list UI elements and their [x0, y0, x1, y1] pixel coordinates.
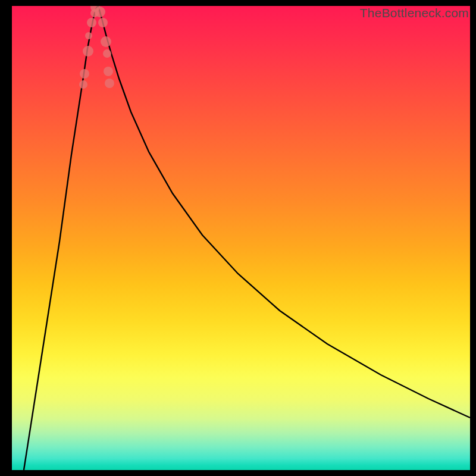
chart-frame: TheBottleneck.com	[0, 0, 476, 476]
data-dot	[98, 18, 108, 27]
curve-right-branch	[98, 6, 470, 418]
plot-area	[12, 6, 470, 470]
data-dot	[83, 46, 93, 57]
watermark-text: TheBottleneck.com	[360, 6, 469, 20]
data-dot	[85, 32, 92, 39]
curve-layer	[12, 6, 470, 470]
data-dot	[103, 49, 111, 58]
data-dot	[87, 18, 96, 27]
data-dot	[105, 79, 114, 88]
data-dot	[101, 36, 111, 47]
data-dot	[79, 80, 87, 89]
data-dot	[80, 69, 89, 79]
data-dot	[95, 7, 105, 17]
data-dot	[104, 67, 113, 76]
